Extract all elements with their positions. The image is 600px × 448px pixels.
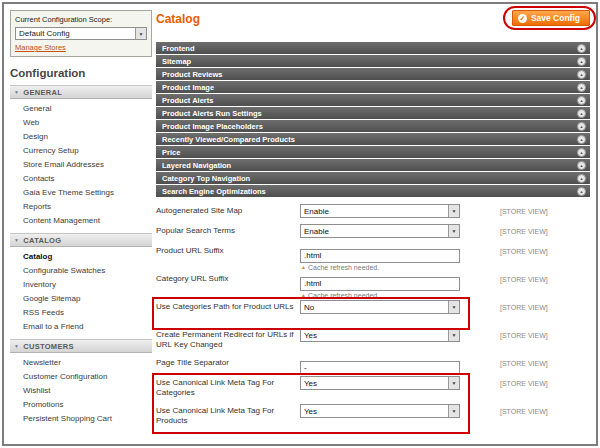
sidebar-item-gaia-eve-theme-settings[interactable]: Gaia Eve Theme Settings — [10, 185, 152, 199]
sidebar-title: Configuration — [10, 67, 152, 79]
accordion-product-reviews[interactable]: Product Reviews ▲ — [156, 68, 590, 80]
field-label: Category URL Suffix — [156, 272, 296, 284]
accordion-sitemap[interactable]: Sitemap ▲ — [156, 55, 590, 67]
accordion-product-alerts[interactable]: Product Alerts ▲ — [156, 94, 590, 106]
nav-items-customers: Newsletter Customer Configuration Wishli… — [10, 353, 152, 431]
accordion-search-engine-optimizations[interactable]: Search Engine Optimizations ▲ — [156, 185, 590, 197]
field-label: Page Title Separator — [156, 356, 296, 368]
save-icon: ✓ — [518, 14, 527, 23]
sidebar: Current Configuration Scope: Default Con… — [10, 10, 152, 440]
accordion-product-image-placeholders[interactable]: Product Image Placeholders ▲ — [156, 120, 590, 132]
collapse-icon: ▲ — [577, 135, 586, 144]
collapse-icon: ▲ — [577, 57, 586, 66]
main-content: Catalog ✓ Save Config Frontend ▲ Sitemap… — [156, 10, 590, 440]
select-value: Enable — [304, 227, 329, 236]
sidebar-item-contacts[interactable]: Contacts — [10, 171, 152, 185]
sidebar-item-web[interactable]: Web — [10, 115, 152, 129]
scope-select[interactable]: Default Config ▼ — [15, 27, 147, 40]
field-row-page-title-separator: Page Title Separator [STORE VIEW] — [156, 356, 590, 376]
accordion-price[interactable]: Price ▲ — [156, 146, 590, 158]
field-row-permanent-redirect: Create Permanent Redirect for URLs if UR… — [156, 328, 590, 356]
select-value: No — [304, 303, 314, 312]
dropdown-arrow-icon: ▼ — [448, 329, 459, 341]
select-value: Enable — [304, 207, 329, 216]
sidebar-item-store-email-addresses[interactable]: Store Email Addresses — [10, 157, 152, 171]
nav-group-catalog[interactable]: ▼ CATALOG — [10, 233, 152, 247]
chevron-down-icon: ▼ — [14, 89, 19, 95]
store-view-scope: [STORE VIEW] — [500, 328, 548, 339]
nav-group-label: CATALOG — [23, 236, 61, 245]
canonical-products-select[interactable]: Yes ▼ — [300, 404, 460, 418]
chevron-down-icon: ▼ — [14, 343, 19, 349]
dropdown-arrow-icon: ▼ — [448, 405, 459, 417]
collapse-icon: ▲ — [577, 122, 586, 131]
nav-items-catalog: Catalog Configurable Swatches Inventory … — [10, 247, 152, 339]
sidebar-item-content-management[interactable]: Content Management — [10, 213, 152, 227]
sidebar-item-customer-configuration[interactable]: Customer Configuration — [10, 369, 152, 383]
page-title-separator-input[interactable] — [300, 361, 460, 375]
nav-group-label: GENERAL — [23, 88, 62, 97]
store-view-scope: [STORE VIEW] — [500, 204, 548, 215]
popular-search-terms-select[interactable]: Enable ▼ — [300, 224, 460, 238]
nav-items-general: General Web Design Currency Setup Store … — [10, 99, 152, 233]
accordion-recently-viewed-compared-products[interactable]: Recently Viewed/Compared Products ▲ — [156, 133, 590, 145]
sidebar-item-configurable-swatches[interactable]: Configurable Swatches — [10, 263, 152, 277]
field-row-popular-search-terms: Popular Search Terms Enable ▼ [STORE VIE… — [156, 224, 590, 244]
sidebar-item-reports[interactable]: Reports — [10, 199, 152, 213]
permanent-redirect-select[interactable]: Yes ▼ — [300, 328, 460, 342]
autogenerated-site-map-select[interactable]: Enable ▼ — [300, 204, 460, 218]
field-label: Use Canonical Link Meta Tag For Products — [156, 404, 296, 427]
accordion-category-top-navigation[interactable]: Category Top Navigation ▲ — [156, 172, 590, 184]
store-view-scope: [STORE VIEW] — [500, 224, 548, 235]
field-label: Use Categories Path for Product URLs — [156, 300, 296, 312]
sidebar-item-currency-setup[interactable]: Currency Setup — [10, 143, 152, 157]
nav-group-general[interactable]: ▼ GENERAL — [10, 85, 152, 99]
dropdown-arrow-icon: ▼ — [448, 205, 459, 217]
warning-icon: ▲ — [301, 292, 306, 298]
sidebar-item-inventory[interactable]: Inventory — [10, 277, 152, 291]
admin-window: Current Configuration Scope: Default Con… — [2, 2, 598, 446]
collapse-icon: ▲ — [577, 161, 586, 170]
sidebar-item-wishlist[interactable]: Wishlist — [10, 383, 152, 397]
sidebar-item-catalog[interactable]: Catalog — [10, 249, 152, 263]
select-value: Yes — [304, 331, 317, 340]
accordion-product-image[interactable]: Product Image ▲ — [156, 81, 590, 93]
sidebar-item-rss-feeds[interactable]: RSS Feeds — [10, 305, 152, 319]
accordion-layered-navigation[interactable]: Layered Navigation ▲ — [156, 159, 590, 171]
collapse-icon: ▲ — [577, 174, 586, 183]
manage-stores-link[interactable]: Manage Stores — [15, 43, 66, 52]
scope-panel: Current Configuration Scope: Default Con… — [10, 10, 152, 57]
field-row-canonical-products: Use Canonical Link Meta Tag For Products… — [156, 404, 590, 432]
page-title: Catalog — [156, 10, 200, 26]
dropdown-arrow-icon: ▼ — [135, 28, 146, 39]
sidebar-item-persistent-shopping-cart[interactable]: Persistent Shopping Cart — [10, 411, 152, 425]
canonical-categories-select[interactable]: Yes ▼ — [300, 376, 460, 390]
accordion-frontend[interactable]: Frontend ▲ — [156, 42, 590, 54]
collapse-icon: ▲ — [577, 148, 586, 157]
store-view-scope: [STORE VIEW] — [500, 272, 548, 283]
sidebar-item-general[interactable]: General — [10, 101, 152, 115]
sidebar-item-promotions[interactable]: Promotions — [10, 397, 152, 411]
store-view-scope: [STORE VIEW] — [500, 300, 548, 311]
warning-icon: ▲ — [301, 264, 306, 270]
product-url-suffix-input[interactable] — [300, 249, 460, 263]
nav-group-customers[interactable]: ▼ CUSTOMERS — [10, 339, 152, 353]
category-url-suffix-input[interactable] — [300, 277, 460, 291]
save-config-button[interactable]: ✓ Save Config — [512, 10, 590, 26]
sidebar-item-google-sitemap[interactable]: Google Sitemap — [10, 291, 152, 305]
use-categories-path-select[interactable]: No ▼ — [300, 300, 460, 314]
sidebar-item-design[interactable]: Design — [10, 129, 152, 143]
note-text: Cache refresh needed. — [308, 292, 379, 299]
field-row-category-url-suffix: Category URL Suffix ▲ Cache refresh need… — [156, 272, 590, 300]
chevron-down-icon: ▼ — [14, 237, 19, 243]
collapse-icon: ▲ — [577, 109, 586, 118]
accordion-product-alerts-run-settings[interactable]: Product Alerts Run Settings ▲ — [156, 107, 590, 119]
store-view-scope: [STORE VIEW] — [500, 376, 548, 387]
collapse-icon: ▲ — [577, 96, 586, 105]
store-view-scope: [STORE VIEW] — [500, 244, 548, 255]
collapse-icon: ▲ — [577, 187, 586, 196]
sidebar-item-email-to-a-friend[interactable]: Email to a Friend — [10, 319, 152, 333]
sidebar-item-newsletter[interactable]: Newsletter — [10, 355, 152, 369]
save-config-label: Save Config — [531, 13, 580, 23]
config-accordion: Frontend ▲ Sitemap ▲ Product Reviews ▲ P… — [156, 42, 590, 197]
